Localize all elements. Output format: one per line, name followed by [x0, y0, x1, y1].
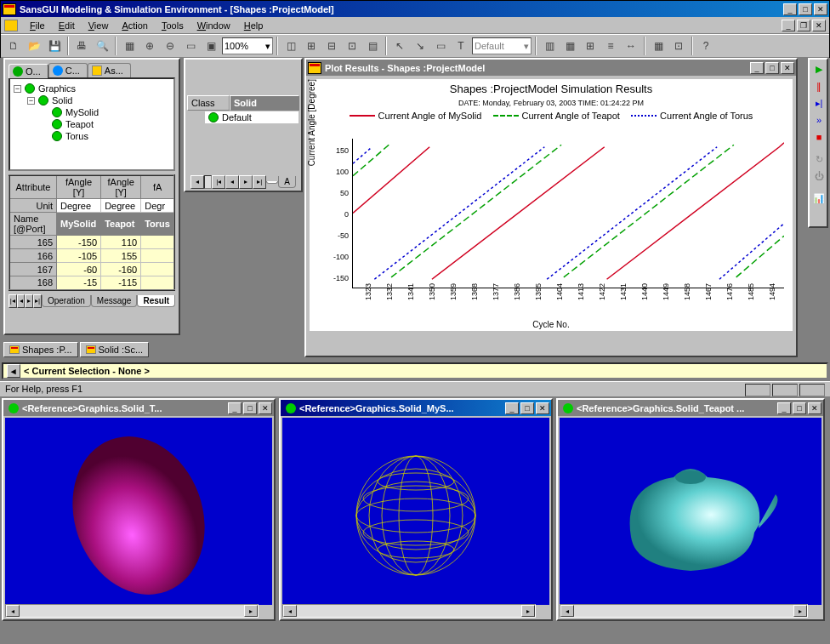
a1-button[interactable]: ▥ [540, 37, 559, 55]
plot-minimize-button[interactable]: _ [750, 62, 764, 74]
mdi-restore-button[interactable]: ❐ [797, 20, 810, 31]
data-cell[interactable]: -115 [101, 276, 141, 290]
3d-canvas[interactable] [560, 418, 821, 605]
menu-edit[interactable]: Edit [52, 19, 82, 32]
nav-first-button[interactable]: |◂ [9, 294, 17, 308]
unit-cell[interactable]: Degree [57, 199, 101, 213]
vp-close-button[interactable]: ✕ [259, 402, 272, 414]
data-cell[interactable]: -150 [57, 236, 101, 249]
data-cell[interactable] [141, 276, 174, 290]
name-cell[interactable]: Torus [141, 213, 174, 236]
solid-header[interactable]: Solid [230, 95, 299, 111]
vp-maximize-button[interactable]: □ [793, 402, 806, 414]
skip-button[interactable]: » [811, 112, 827, 128]
data-cell[interactable]: 155 [101, 249, 141, 263]
box-button[interactable]: ▭ [431, 37, 450, 55]
b1-button[interactable]: ▦ [649, 37, 668, 55]
menu-window[interactable]: Window [190, 19, 237, 32]
object-tree[interactable]: −Graphics −Solid MySolid Teapot Torus [9, 77, 175, 171]
vp-maximize-button[interactable]: □ [243, 402, 257, 414]
row-header[interactable]: 165 [9, 236, 57, 249]
tree-item-torus[interactable]: Torus [14, 130, 170, 142]
text-button[interactable]: T [452, 37, 470, 55]
maximize-button[interactable]: □ [799, 3, 812, 15]
vp-minimize-button[interactable]: _ [505, 402, 519, 414]
row-header[interactable]: 167 [9, 263, 57, 276]
tree-solid[interactable]: −Solid [14, 94, 170, 106]
t3-button[interactable]: ⊟ [322, 37, 341, 55]
print-button[interactable]: 🖶 [72, 37, 91, 55]
a3-button[interactable]: ⊞ [581, 37, 600, 55]
mdi-icon[interactable] [4, 20, 18, 31]
open-button[interactable]: 📂 [25, 37, 43, 55]
mdi-minimize-button[interactable]: _ [782, 20, 795, 31]
t1-button[interactable]: ◫ [281, 37, 300, 55]
menu-file[interactable]: File [23, 19, 52, 32]
grid-button[interactable]: ▦ [120, 37, 139, 55]
vp-minimize-button[interactable]: _ [228, 402, 242, 414]
vp-minimize-button[interactable]: _ [777, 402, 791, 414]
tab-assembly[interactable]: As... [88, 63, 131, 77]
name-cell[interactable]: Teapot [101, 213, 141, 236]
chart-button[interactable]: 📊 [811, 191, 827, 206]
nav-last-button[interactable]: ▸| [33, 294, 42, 308]
col-fangle1[interactable]: fAngle [Y] [57, 175, 101, 199]
data-cell[interactable]: -15 [57, 276, 101, 290]
pointer-button[interactable]: ↖ [390, 37, 409, 55]
row-header[interactable]: 166 [9, 249, 57, 263]
vp-close-button[interactable]: ✕ [808, 402, 821, 414]
data-cell[interactable]: -160 [101, 263, 141, 276]
nav-prev-button[interactable]: ◂ [190, 175, 204, 189]
reset-button[interactable]: ↻ [811, 151, 827, 167]
help-button[interactable]: ? [696, 37, 715, 55]
frame-button[interactable]: ▭ [181, 37, 200, 55]
col-fangle3[interactable]: fA [141, 175, 174, 199]
mdi-close-button[interactable]: ✕ [812, 20, 826, 31]
plot-maximize-button[interactable]: □ [765, 62, 779, 74]
a5-button[interactable]: ↔ [622, 37, 640, 55]
row-header[interactable]: 168 [9, 276, 57, 290]
fit-button[interactable]: ▣ [202, 37, 220, 55]
collapse-icon[interactable]: − [14, 85, 21, 93]
a2-button[interactable]: ▦ [560, 37, 579, 55]
close-button[interactable]: ✕ [814, 3, 827, 15]
zoom-select[interactable]: 100%▾ [222, 37, 273, 54]
data-cell[interactable]: -105 [57, 249, 101, 263]
style-select[interactable]: Default▾ [472, 37, 532, 54]
tree-item-mysolid[interactable]: MySolid [14, 106, 170, 118]
nav-first-button[interactable]: |◂ [212, 175, 225, 189]
data-cell[interactable]: -60 [57, 263, 101, 276]
h-scrollbar[interactable]: ◂▸ [5, 604, 259, 618]
zoom-in-button[interactable]: ⊕ [140, 37, 159, 55]
tree-item-teapot[interactable]: Teapot [14, 118, 170, 130]
tab-top[interactable] [266, 181, 278, 184]
menu-view[interactable]: View [82, 19, 116, 32]
t5-button[interactable]: ▤ [363, 37, 382, 55]
menu-tools[interactable]: Tools [155, 19, 190, 32]
zoom-out-button[interactable]: ⊖ [161, 37, 179, 55]
plot-close-button[interactable]: ✕ [781, 62, 794, 74]
stop-button[interactable]: ■ [811, 129, 827, 145]
t4-button[interactable]: ⊡ [343, 37, 361, 55]
data-cell[interactable] [141, 263, 174, 276]
class-header[interactable]: Class [187, 95, 230, 111]
pause-button[interactable]: ‖ [811, 78, 827, 94]
tab-result[interactable]: Result [137, 295, 175, 307]
vp-close-button[interactable]: ✕ [536, 402, 549, 414]
nav-prev-button[interactable]: ◂ [225, 175, 239, 189]
unit-cell[interactable]: Degree [101, 199, 141, 213]
h-scrollbar[interactable]: ◂▸ [282, 604, 536, 618]
tab-message[interactable]: Message [91, 295, 138, 307]
tree-root[interactable]: −Graphics [14, 83, 170, 94]
default-row[interactable]: Default [205, 111, 298, 123]
tab-operation[interactable]: Operation [42, 295, 91, 307]
doctab-solid[interactable]: Solid :Sc... [80, 342, 150, 357]
selection-prev-button[interactable]: ◂ [7, 364, 20, 378]
menu-help[interactable]: Help [237, 19, 270, 32]
nav-last-button[interactable]: ▸| [253, 175, 266, 189]
attribute-grid[interactable]: Attribute fAngle [Y] fAngle [Y] fA Unit … [9, 174, 175, 291]
col-fangle2[interactable]: fAngle [Y] [101, 175, 141, 199]
step-fwd-button[interactable]: ▸| [811, 95, 827, 111]
doctab-shapes[interactable]: Shapes :P... [3, 342, 78, 357]
a4-button[interactable]: ≡ [601, 37, 620, 55]
